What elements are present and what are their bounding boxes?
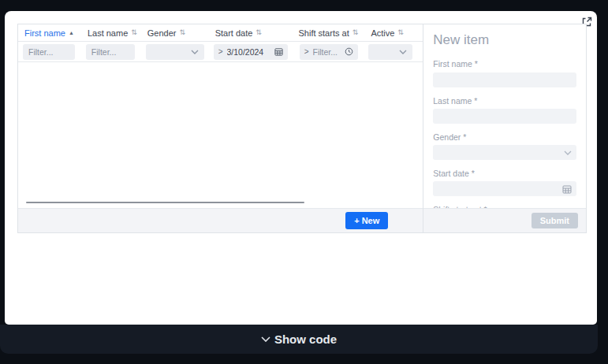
field-label: Last name * [433, 96, 576, 106]
new-row-button[interactable]: + New [345, 212, 388, 229]
column-header-active[interactable]: Active ⇅ [364, 24, 423, 41]
chevron-down-icon [191, 50, 199, 54]
new-item-form: New item First name * Last name * Gender… [423, 24, 586, 208]
active-filter-select[interactable] [368, 44, 412, 60]
form-field-shift-starts-at: Shift starts at * [433, 205, 576, 208]
field-label: First name * [433, 59, 576, 69]
form-field-last-name: Last name * [433, 96, 576, 124]
data-grid: First name ▲ Last name ⇅ Gender ⇅ Start … [18, 24, 423, 232]
data-grid-widget: First name ▲ Last name ⇅ Gender ⇅ Start … [17, 24, 587, 233]
calendar-icon [562, 184, 572, 194]
form-field-gender: Gender * [433, 132, 576, 160]
field-label: Start date * [433, 169, 576, 179]
submit-button[interactable]: Submit [532, 213, 578, 228]
gender-filter-select[interactable] [146, 44, 204, 60]
start-date-filter-input[interactable] [227, 47, 270, 57]
sort-icon: ⇅ [179, 29, 185, 36]
column-label: First name [24, 28, 65, 38]
start-date-filter: > [214, 44, 288, 60]
column-header-last-name[interactable]: Last name ⇅ [81, 24, 141, 41]
sort-icon: ⇅ [352, 29, 359, 36]
page: { "icons": { "sort_asc": "▲", "sort_both… [0, 0, 608, 364]
grid-body-empty [18, 62, 423, 208]
sort-icon: ⇅ [256, 29, 262, 36]
field-label: Gender * [433, 132, 576, 143]
filter-row: > [18, 42, 423, 62]
show-code-label: Show code [274, 332, 337, 346]
show-code-toggle[interactable]: Show code [0, 325, 598, 354]
chevron-down-icon [399, 50, 407, 54]
filter-operator-button[interactable]: > [304, 47, 309, 56]
start-date-field[interactable] [433, 181, 576, 196]
sort-icon: ⇅ [131, 29, 137, 36]
clock-icon[interactable] [345, 47, 353, 56]
calendar-icon[interactable] [274, 47, 283, 56]
column-label: Shift starts at [299, 28, 349, 38]
last-name-field[interactable] [433, 109, 576, 124]
sort-ascending-icon: ▲ [69, 30, 74, 35]
column-header-shift-starts-at[interactable]: Shift starts at ⇅ [293, 24, 365, 41]
first-name-field[interactable] [433, 72, 576, 87]
column-header-gender[interactable]: Gender ⇅ [141, 24, 209, 41]
panel-footer: Submit [423, 208, 586, 232]
last-name-filter-input[interactable] [86, 44, 135, 60]
chevron-down-icon [564, 150, 572, 155]
column-label: Active [371, 28, 394, 38]
column-label: Gender [147, 28, 177, 38]
column-label: Start date [215, 28, 253, 38]
form-field-start-date: Start date * [433, 169, 576, 196]
sort-icon: ⇅ [397, 29, 404, 36]
horizontal-scrollbar[interactable] [26, 202, 304, 203]
shift-starts-at-filter: > [300, 44, 358, 60]
new-item-panel: New item First name * Last name * Gender… [423, 24, 586, 232]
panel-title: New item [433, 32, 576, 48]
chevron-down-icon [261, 336, 270, 342]
field-label: Shift starts at * [433, 205, 576, 208]
form-field-first-name: First name * [433, 59, 576, 87]
first-name-filter-input[interactable] [23, 44, 75, 60]
gender-select[interactable] [433, 145, 576, 160]
shift-starts-at-filter-input[interactable] [313, 47, 341, 57]
column-label: Last name [88, 28, 128, 38]
column-header-first-name[interactable]: First name ▲ [18, 24, 81, 41]
filter-operator-button[interactable]: > [218, 47, 223, 56]
column-header-row: First name ▲ Last name ⇅ Gender ⇅ Start … [18, 24, 423, 42]
column-header-start-date[interactable]: Start date ⇅ [209, 24, 293, 41]
grid-footer: + New [18, 208, 423, 232]
story-canvas: First name ▲ Last name ⇅ Gender ⇅ Start … [5, 11, 597, 325]
